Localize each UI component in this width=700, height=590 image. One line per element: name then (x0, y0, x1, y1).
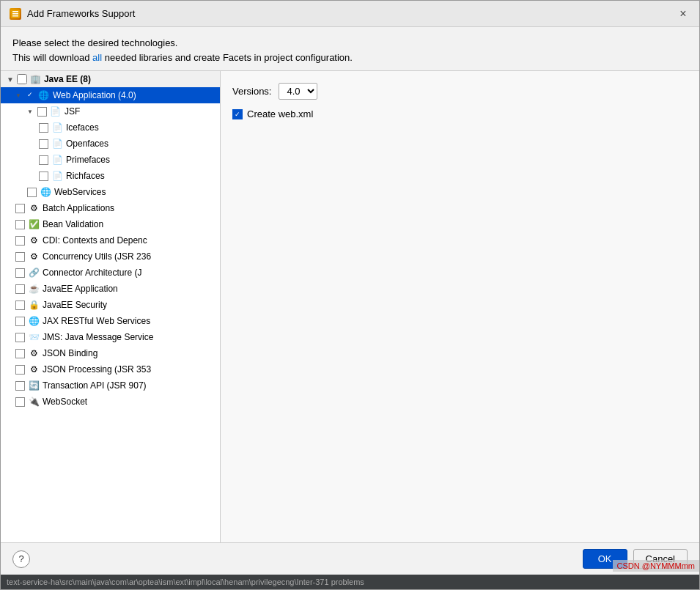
versions-row: Versions: 4.0 3.1 3.0 2.5 (232, 83, 688, 100)
json-binding-label: JSON Binding (43, 348, 97, 358)
tree-item-icefaces[interactable]: 📄 Icefaces (1, 119, 220, 136)
group-label: Java EE (8) (44, 74, 91, 84)
checkbox-connector[interactable] (15, 268, 25, 278)
json-processing-label: JSON Processing (JSR 353 (43, 364, 151, 375)
checkbox-jsf[interactable] (37, 107, 47, 117)
tree-item-jms[interactable]: 📨 JMS: Java Message Service (1, 329, 220, 345)
transaction-label: Transaction API (JSR 907) (43, 380, 147, 391)
desc-prefix: This will download (12, 52, 92, 63)
checkbox-jax-rest[interactable] (15, 317, 25, 326)
checkbox-batch[interactable] (15, 204, 25, 213)
connector-label: Connector Architecture (J (43, 268, 141, 278)
watermark: CSDN @NYMMMmm (613, 560, 700, 572)
tree-item-concurrency[interactable]: ⚙ Concurrency Utils (JSR 236 (1, 248, 220, 265)
dialog-title: Add Frameworks Support (27, 8, 135, 19)
openfaces-icon: 📄 (51, 138, 63, 150)
tree-item-webservices[interactable]: 🌐 WebServices (1, 184, 220, 200)
jms-label: JMS: Java Message Service (43, 332, 153, 342)
tree-item-transaction[interactable]: 🔄 Transaction API (JSR 907) (1, 377, 220, 394)
tree-item-cdi[interactable]: ⚙ CDI: Contexts and Depenc (1, 232, 220, 248)
create-web-xml-checkbox[interactable] (232, 109, 243, 119)
openfaces-label: Openfaces (66, 139, 108, 149)
expand-arrow: ▼ (7, 75, 14, 84)
create-web-xml-label: Create web.xml (247, 108, 313, 119)
dialog-icon (10, 8, 21, 20)
tree-item-batch[interactable]: ⚙ Batch Applications (1, 200, 220, 216)
icefaces-icon: 📄 (51, 122, 63, 133)
primefaces-label: Primefaces (66, 155, 110, 165)
bean-icon: ✅ (28, 218, 40, 230)
tree-item-json-processing[interactable]: ⚙ JSON Processing (JSR 353 (1, 361, 220, 377)
javaee-security-icon: 🔒 (28, 299, 40, 311)
svg-rect-3 (12, 11, 18, 12)
checkbox-websocket[interactable] (15, 397, 25, 407)
desc-line2: This will download all needed libraries … (12, 51, 688, 65)
tree-item-primefaces[interactable]: 📄 Primefaces (1, 152, 220, 168)
title-bar: Add Frameworks Support × (1, 1, 699, 27)
batch-icon: ⚙ (28, 202, 40, 214)
concurrency-icon: ⚙ (28, 251, 40, 262)
tree-item-jax-rest[interactable]: 🌐 JAX RESTful Web Services (1, 313, 220, 329)
checkbox-bean-validation[interactable] (15, 220, 25, 229)
tree-item-richfaces[interactable]: 📄 Richfaces (1, 168, 220, 184)
checkbox-primefaces[interactable] (39, 155, 48, 165)
expand-icon-jsf: ▼ (27, 108, 33, 115)
checkbox-json-binding[interactable] (15, 349, 25, 358)
checkbox-json-processing[interactable] (15, 365, 25, 375)
desc-suffix: needed libraries and create Facets in pr… (102, 52, 353, 63)
websocket-label: WebSocket (43, 397, 87, 407)
tree-item-javaee-app[interactable]: ☕ JavaEE Application (1, 281, 220, 297)
close-button[interactable]: × (676, 7, 690, 21)
checkbox-concurrency[interactable] (15, 252, 25, 262)
status-bar: text-service-ha\src\main\java\com\ar\opt… (1, 575, 699, 589)
group-checkbox[interactable] (17, 74, 27, 84)
icefaces-label: Icefaces (66, 122, 99, 133)
richfaces-icon: 📄 (51, 170, 63, 182)
cdi-label: CDI: Contexts and Depenc (43, 235, 147, 246)
checkbox-cdi[interactable] (15, 236, 25, 246)
checkbox-webservices[interactable] (27, 188, 37, 197)
checkbox-icefaces[interactable] (39, 123, 48, 133)
checkbox-jms[interactable] (15, 333, 25, 342)
desc-highlight: all (92, 52, 102, 63)
javaee-app-icon: ☕ (28, 283, 40, 295)
web-app-icon: 🌐 (38, 89, 50, 101)
checkbox-richfaces[interactable] (39, 172, 48, 181)
tree-item-web-app[interactable]: ▼ 🌐 Web Application (4.0) (1, 87, 220, 103)
checkbox-web-app[interactable] (26, 91, 35, 100)
transaction-icon: 🔄 (28, 380, 40, 391)
footer: ? OK Cancel (1, 542, 699, 575)
expand-icon: ▼ (15, 92, 21, 99)
right-panel: Versions: 4.0 3.1 3.0 2.5 Create web.xml (221, 71, 699, 542)
svg-rect-1 (12, 13, 18, 15)
tree-item-websocket[interactable]: 🔌 WebSocket (1, 394, 220, 410)
versions-label: Versions: (232, 86, 271, 97)
tree-item-connector[interactable]: 🔗 Connector Architecture (J (1, 265, 220, 281)
status-text: text-service-ha\src\main\java\com\ar\opt… (7, 578, 364, 586)
jsf-label: JSF (65, 106, 80, 117)
svg-rect-2 (12, 15, 18, 17)
version-select[interactable]: 4.0 3.1 3.0 2.5 (279, 83, 317, 100)
primefaces-icon: 📄 (51, 154, 63, 166)
javaee-app-label: JavaEE Application (43, 284, 118, 294)
tree-item-javaee-security[interactable]: 🔒 JavaEE Security (1, 297, 220, 313)
tree-item-jsf[interactable]: ▼ 📄 JSF (1, 103, 220, 119)
json-binding-icon: ⚙ (28, 347, 40, 359)
checkbox-openfaces[interactable] (39, 139, 48, 149)
tree-item-bean-validation[interactable]: ✅ Bean Validation (1, 216, 220, 232)
tree-item-json-binding[interactable]: ⚙ JSON Binding (1, 345, 220, 361)
checkbox-javaee-app[interactable] (15, 284, 25, 294)
webservices-icon: 🌐 (40, 186, 51, 198)
group-header-javaee[interactable]: ▼ 🏢 Java EE (8) (1, 71, 220, 87)
jax-icon: 🌐 (28, 315, 40, 327)
richfaces-label: Richfaces (66, 171, 105, 181)
jms-icon: 📨 (28, 331, 40, 343)
checkbox-javaee-security[interactable] (15, 300, 25, 310)
checkbox-transaction[interactable] (15, 381, 25, 391)
jsf-icon: 📄 (50, 106, 62, 117)
tree-item-openfaces[interactable]: 📄 Openfaces (1, 136, 220, 152)
help-button[interactable]: ? (12, 550, 30, 568)
javaee-security-label: JavaEE Security (43, 300, 107, 310)
main-content: ▼ 🏢 Java EE (8) ▼ 🌐 Web Application (4.0… (1, 70, 699, 542)
jax-label: JAX RESTful Web Services (43, 316, 150, 326)
